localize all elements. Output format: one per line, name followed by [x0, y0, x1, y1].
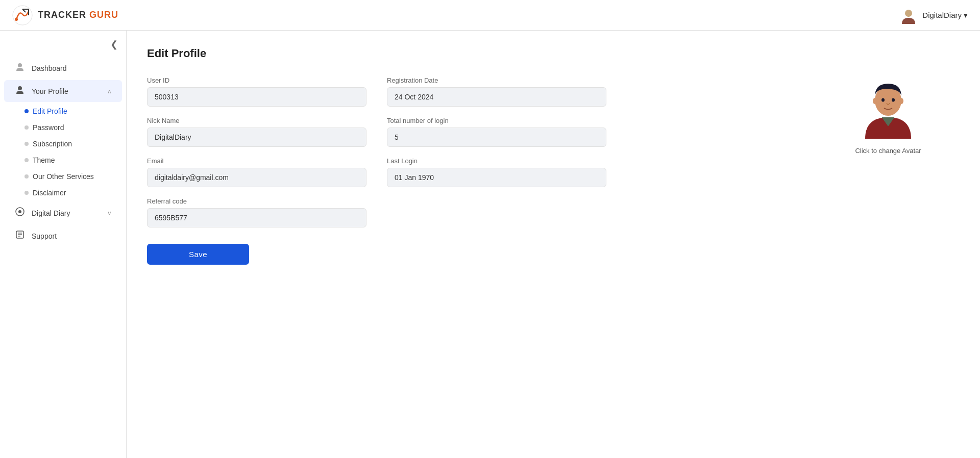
- sidebar-item-digital-diary-label: Digital Diary: [32, 209, 101, 217]
- email-label: Email: [147, 157, 366, 165]
- sidebar-item-disclaimer[interactable]: Disclaimer: [10, 185, 126, 201]
- sidebar-item-support-label: Support: [32, 232, 112, 240]
- nick-name-input[interactable]: [147, 128, 366, 147]
- content-with-avatar: Edit Profile User ID Registration Date: [147, 47, 960, 265]
- edit-profile-bullet: [24, 109, 29, 113]
- save-button[interactable]: Save: [147, 244, 249, 265]
- nick-name-label: Nick Name: [147, 117, 366, 124]
- svg-point-1: [15, 18, 18, 21]
- digital-diary-chevron-icon: ∨: [107, 210, 112, 217]
- svg-point-12: [881, 98, 885, 102]
- other-services-bullet: [24, 174, 29, 179]
- sidebar-item-digital-diary[interactable]: Digital Diary ∨: [4, 202, 122, 224]
- main-content: Edit Profile User ID Registration Date: [127, 31, 980, 458]
- sidebar-item-your-profile[interactable]: Your Profile ∧: [4, 80, 122, 102]
- svg-point-14: [873, 98, 877, 104]
- sidebar-item-subscription[interactable]: Subscription: [10, 136, 126, 152]
- theme-label: Theme: [33, 156, 55, 164]
- svg-point-2: [905, 10, 912, 17]
- layout: ❮ Dashboard Your Profile ∧: [0, 31, 980, 458]
- sidebar-item-support[interactable]: Support: [4, 225, 122, 247]
- header-avatar-icon: [900, 7, 917, 24]
- sidebar-item-dashboard[interactable]: Dashboard: [4, 57, 122, 79]
- header: TRACKER GURU DigitalDiary ▾: [0, 0, 980, 31]
- svg-point-6: [18, 210, 21, 213]
- user-menu[interactable]: DigitalDiary ▾: [922, 11, 968, 20]
- your-profile-chevron-icon: ∧: [107, 88, 112, 95]
- other-services-label: Our Other Services: [33, 172, 94, 181]
- referral-code-input[interactable]: [147, 208, 366, 227]
- password-label: Password: [33, 123, 64, 132]
- svg-point-15: [899, 98, 903, 104]
- referral-code-group: Referral code: [147, 197, 366, 227]
- user-menu-label: DigitalDiary: [922, 11, 962, 19]
- last-login-label: Last Login: [387, 157, 606, 165]
- digital-diary-icon: [14, 207, 26, 219]
- sidebar-item-password[interactable]: Password: [10, 119, 126, 136]
- sidebar-item-edit-profile[interactable]: Edit Profile: [10, 103, 126, 119]
- svg-point-0: [13, 6, 32, 25]
- referral-code-label: Referral code: [147, 197, 366, 205]
- sidebar-collapse-button[interactable]: ❮: [0, 39, 126, 56]
- sidebar-item-your-profile-label: Your Profile: [32, 87, 101, 95]
- sidebar-item-theme[interactable]: Theme: [10, 152, 126, 168]
- svg-point-13: [892, 98, 895, 102]
- subscription-bullet: [24, 142, 29, 146]
- your-profile-submenu: Edit Profile Password Subscription Theme…: [0, 103, 126, 201]
- registration-date-input[interactable]: [387, 87, 606, 107]
- logo-text: TRACKER GURU: [38, 10, 118, 20]
- total-logins-label: Total number of login: [387, 117, 606, 124]
- last-login-input[interactable]: [387, 168, 606, 187]
- last-login-group: Last Login: [387, 157, 606, 187]
- subscription-label: Subscription: [33, 140, 72, 148]
- theme-bullet: [24, 158, 29, 162]
- user-id-group: User ID: [147, 77, 366, 107]
- avatar-image[interactable]: [857, 78, 919, 139]
- email-group: Email: [147, 157, 366, 187]
- sidebar: ❮ Dashboard Your Profile ∧: [0, 31, 127, 458]
- dashboard-icon: [14, 62, 26, 74]
- logo: TRACKER GURU: [12, 5, 118, 26]
- registration-date-group: Registration Date: [387, 77, 606, 107]
- user-id-input[interactable]: [147, 87, 366, 107]
- header-right: DigitalDiary ▾: [900, 7, 968, 24]
- total-logins-input[interactable]: [387, 128, 606, 147]
- password-bullet: [24, 125, 29, 130]
- email-input[interactable]: [147, 168, 366, 187]
- svg-point-3: [18, 63, 22, 67]
- edit-profile-form: User ID Registration Date Nick Name: [147, 77, 606, 227]
- your-profile-icon: [14, 85, 26, 97]
- disclaimer-bullet: [24, 191, 29, 195]
- total-logins-group: Total number of login: [387, 117, 606, 147]
- chevron-down-icon: ▾: [964, 11, 968, 20]
- logo-icon: [12, 5, 33, 26]
- page-title: Edit Profile: [147, 47, 827, 60]
- content-main: Edit Profile User ID Registration Date: [147, 47, 827, 265]
- user-id-label: User ID: [147, 77, 366, 84]
- svg-point-4: [18, 86, 22, 90]
- nick-name-group: Nick Name: [147, 117, 366, 147]
- sidebar-item-dashboard-label: Dashboard: [32, 64, 112, 72]
- edit-profile-label: Edit Profile: [33, 107, 67, 115]
- registration-date-label: Registration Date: [387, 77, 606, 84]
- avatar-panel: Click to change Avatar: [827, 47, 960, 265]
- disclaimer-label: Disclaimer: [33, 189, 66, 197]
- sidebar-item-other-services[interactable]: Our Other Services: [10, 168, 126, 185]
- avatar-caption: Click to change Avatar: [855, 147, 921, 155]
- support-icon: [14, 230, 26, 242]
